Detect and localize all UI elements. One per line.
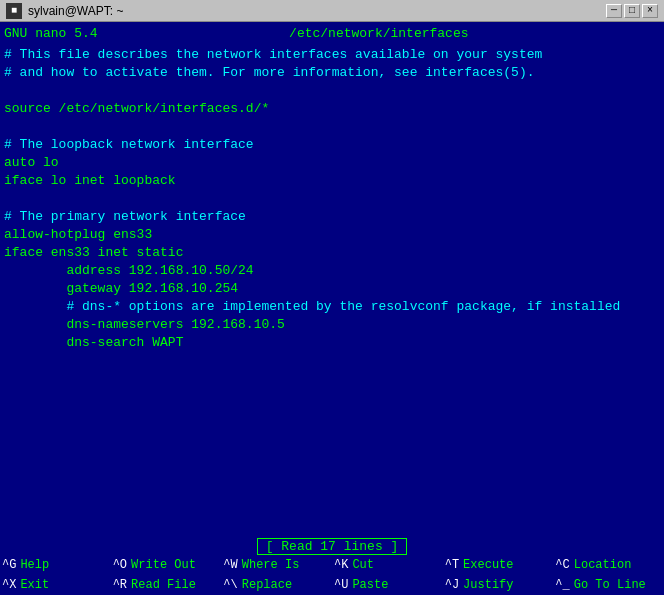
shortcut-key: ^X <box>0 578 18 592</box>
nano-shortcuts: ^G Help^O Write Out^W Where Is^K Cut^T E… <box>0 555 664 595</box>
shortcut-label: Write Out <box>129 558 198 572</box>
shortcut-item[interactable]: ^R Read File <box>111 575 222 595</box>
shortcut-row: ^X Exit^R Read File^\ Replace^U Paste^J … <box>0 575 664 595</box>
terminal-icon: ■ <box>6 3 22 19</box>
shortcut-row: ^G Help^O Write Out^W Where Is^K Cut^T E… <box>0 555 664 575</box>
editor-line <box>4 82 660 100</box>
shortcut-key: ^W <box>221 558 239 572</box>
shortcut-item[interactable]: ^_ Go To Line <box>553 575 664 595</box>
shortcut-item[interactable]: ^X Exit <box>0 575 111 595</box>
editor-line: iface ens33 inet static <box>4 244 660 262</box>
window-title: sylvain@WAPT: ~ <box>28 4 123 18</box>
shortcut-item[interactable]: ^T Execute <box>443 555 554 575</box>
editor-line <box>4 118 660 136</box>
shortcut-label: Justify <box>461 578 515 592</box>
shortcut-label: Exit <box>18 578 51 592</box>
minimize-button[interactable]: ─ <box>606 4 622 18</box>
editor-line: source /etc/network/interfaces.d/* <box>4 100 660 118</box>
window-controls: ─ □ × <box>606 4 658 18</box>
shortcut-item[interactable]: ^C Location <box>553 555 664 575</box>
editor-line: # and how to activate them. For more inf… <box>4 64 660 82</box>
shortcut-item[interactable]: ^W Where Is <box>221 555 332 575</box>
shortcut-item[interactable]: ^G Help <box>0 555 111 575</box>
shortcut-label: Read File <box>129 578 198 592</box>
shortcut-item[interactable]: ^K Cut <box>332 555 443 575</box>
editor-line: auto lo <box>4 154 660 172</box>
shortcut-label: Cut <box>350 558 376 572</box>
shortcut-key: ^C <box>553 558 571 572</box>
shortcut-label: Replace <box>240 578 294 592</box>
nano-version: GNU nano 5.4 <box>4 26 98 41</box>
editor-line: # This file describes the network interf… <box>4 46 660 64</box>
shortcut-label: Execute <box>461 558 515 572</box>
editor-line: # dns-* options are implemented by the r… <box>4 298 660 316</box>
shortcut-label: Location <box>572 558 634 572</box>
status-message: [ Read 17 lines ] <box>257 538 408 555</box>
shortcut-key: ^_ <box>553 578 571 592</box>
shortcut-label: Go To Line <box>572 578 648 592</box>
editor-line: address 192.168.10.50/24 <box>4 262 660 280</box>
shortcut-item[interactable]: ^U Paste <box>332 575 443 595</box>
editor-line <box>4 190 660 208</box>
editor-line: gateway 192.168.10.254 <box>4 280 660 298</box>
editor-line: dns-search WAPT <box>4 334 660 352</box>
shortcut-key: ^\ <box>221 578 239 592</box>
shortcut-item[interactable]: ^O Write Out <box>111 555 222 575</box>
nano-filename: /etc/network/interfaces <box>289 26 468 41</box>
nano-editor-container: GNU nano 5.4 /etc/network/interfaces # T… <box>0 22 664 595</box>
editor-line: dns-nameservers 192.168.10.5 <box>4 316 660 334</box>
shortcut-key: ^R <box>111 578 129 592</box>
maximize-button[interactable]: □ <box>624 4 640 18</box>
shortcut-item[interactable]: ^J Justify <box>443 575 554 595</box>
editor-line: # The loopback network interface <box>4 136 660 154</box>
shortcut-key: ^K <box>332 558 350 572</box>
nano-header: GNU nano 5.4 /etc/network/interfaces <box>0 22 664 44</box>
shortcut-key: ^U <box>332 578 350 592</box>
shortcut-key: ^G <box>0 558 18 572</box>
shortcut-item[interactable]: ^\ Replace <box>221 575 332 595</box>
shortcut-key: ^T <box>443 558 461 572</box>
shortcut-key: ^J <box>443 578 461 592</box>
shortcut-key: ^O <box>111 558 129 572</box>
editor-line: iface lo inet loopback <box>4 172 660 190</box>
shortcut-label: Paste <box>350 578 390 592</box>
title-bar: ■ sylvain@WAPT: ~ ─ □ × <box>0 0 664 22</box>
close-button[interactable]: × <box>642 4 658 18</box>
nano-status: [ Read 17 lines ] <box>0 537 664 555</box>
nano-content[interactable]: # This file describes the network interf… <box>0 44 664 537</box>
title-bar-left: ■ sylvain@WAPT: ~ <box>6 3 123 19</box>
editor-line: # The primary network interface <box>4 208 660 226</box>
shortcut-label: Help <box>18 558 51 572</box>
editor-line: allow-hotplug ens33 <box>4 226 660 244</box>
shortcut-label: Where Is <box>240 558 302 572</box>
